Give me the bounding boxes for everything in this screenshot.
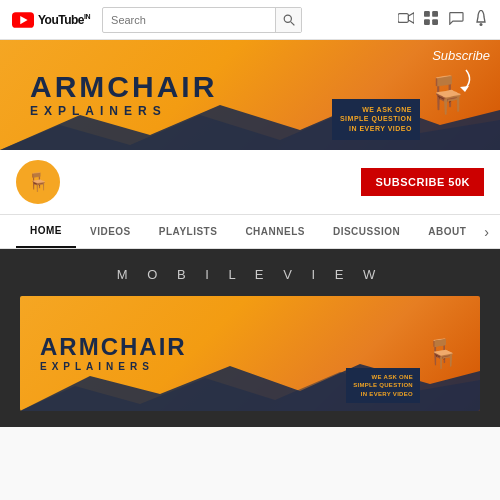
mobile-banner-sub-title: EXPLAINERS — [40, 361, 425, 372]
mobile-banner-tagline: WE ASK ONE SIMPLE QUESTION IN EVERY VIDE… — [346, 368, 420, 403]
avatar-icon: 🪑 — [27, 171, 49, 193]
svg-rect-8 — [424, 19, 430, 25]
nav-item-home[interactable]: HOME — [16, 215, 76, 248]
svg-rect-4 — [398, 14, 408, 23]
header-icons — [398, 10, 488, 29]
mobile-banner-right: 🪑 — [425, 337, 460, 370]
nav-item-channels[interactable]: CHANNELS — [231, 216, 319, 247]
svg-line-3 — [290, 21, 294, 25]
banner-sub-title: EXPLAINERS — [30, 104, 425, 118]
search-input[interactable] — [103, 8, 275, 32]
svg-rect-9 — [432, 19, 438, 25]
youtube-icon — [12, 12, 34, 28]
search-icon — [283, 14, 295, 26]
subscribe-button[interactable]: SUBSCRIBE 50K — [361, 168, 484, 196]
mobile-armchair-icon: 🪑 — [425, 337, 460, 370]
channel-banner: ARMCHAIR EXPLAINERS WE ASK ONE SIMPLE QU… — [0, 40, 500, 150]
grid-icon[interactable] — [424, 11, 438, 28]
banner-main-title: ARMCHAIR — [30, 72, 425, 102]
chat-icon[interactable] — [448, 11, 464, 28]
youtube-logo[interactable]: YouTubeIN — [12, 12, 90, 28]
nav-item-videos[interactable]: VIDEOS — [76, 216, 145, 247]
subscribe-label: Subscribe — [432, 48, 490, 63]
subscribe-arrow-icon — [446, 65, 476, 95]
nav-item-discussion[interactable]: DISCUSSION — [319, 216, 414, 247]
mobile-banner-title-block: ARMCHAIR EXPLAINERS — [40, 335, 425, 372]
svg-point-2 — [284, 15, 291, 22]
video-camera-icon[interactable] — [398, 12, 414, 27]
nav-item-about[interactable]: ABOUT — [414, 216, 480, 247]
subscribe-arrow: Subscribe — [432, 48, 490, 95]
bell-icon[interactable] — [474, 10, 488, 29]
svg-rect-7 — [432, 11, 438, 17]
youtube-header: YouTubeIN — [0, 0, 500, 40]
channel-nav: HOME VIDEOS PLAYLISTS CHANNELS DISCUSSIO… — [0, 215, 500, 249]
mobile-banner: ARMCHAIR EXPLAINERS WE ASK ONE SIMPLE QU… — [20, 296, 480, 411]
mobile-section: M O B I L E V I E W ARMCHAIR EXPLAINERS … — [0, 249, 500, 427]
channel-info-bar: 🪑 SUBSCRIBE 50K — [0, 150, 500, 215]
mobile-label: M O B I L E V I E W — [20, 267, 480, 282]
svg-marker-5 — [408, 13, 414, 23]
youtube-logo-text: YouTubeIN — [38, 13, 90, 27]
svg-marker-13 — [460, 86, 469, 92]
mobile-banner-main-title: ARMCHAIR — [40, 335, 425, 359]
channel-avatar: 🪑 — [16, 160, 60, 204]
nav-item-playlists[interactable]: PLAYLISTS — [145, 216, 232, 247]
banner-title-block: ARMCHAIR EXPLAINERS — [30, 72, 425, 118]
svg-point-10 — [480, 23, 483, 26]
search-bar[interactable] — [102, 7, 302, 33]
search-button[interactable] — [275, 8, 301, 32]
svg-rect-6 — [424, 11, 430, 17]
nav-more-icon[interactable]: › — [480, 216, 493, 248]
